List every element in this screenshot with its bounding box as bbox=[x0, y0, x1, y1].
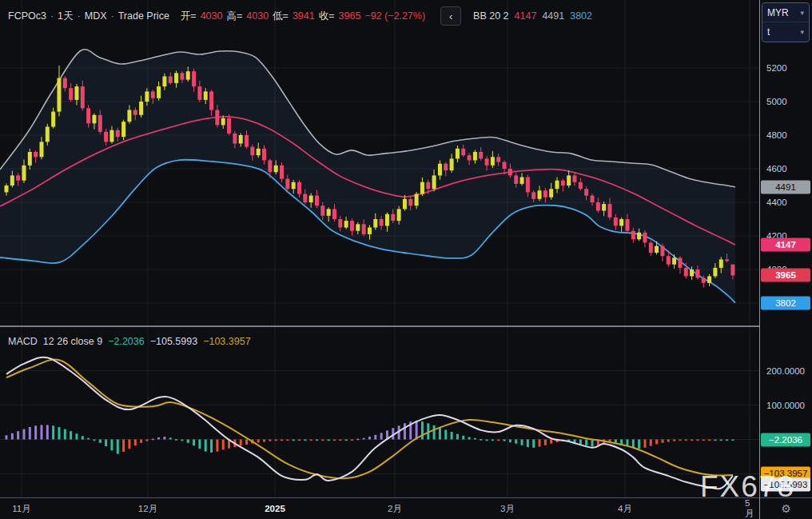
bb-basis-value: 4147 bbox=[515, 10, 537, 22]
pane-divider[interactable] bbox=[0, 325, 812, 327]
macd-title: MACD bbox=[8, 336, 38, 347]
price-axis-divider bbox=[759, 0, 760, 519]
open-label: 开= bbox=[181, 10, 197, 23]
macd-hist-value: −2.2036 bbox=[108, 336, 145, 347]
macd-signal-value: −103.3957 bbox=[203, 336, 250, 347]
time-axis-label: 2025 bbox=[265, 504, 285, 513]
separator: · bbox=[50, 10, 54, 22]
axis-settings-corner: ⚙ bbox=[760, 498, 812, 519]
unit-value: t bbox=[767, 26, 770, 38]
time-axis-label: 11月 bbox=[12, 503, 30, 515]
low-value: 3941 bbox=[293, 10, 315, 22]
exchange-label: MDX bbox=[85, 10, 107, 22]
currency-value: MYR bbox=[767, 7, 789, 18]
macd-params: 12 26 close 9 bbox=[43, 336, 102, 347]
main-legend: FCPOc3 · 1天 · MDX · Trade Price 开= 4030 … bbox=[8, 9, 592, 23]
chevron-down-icon: ▾ bbox=[800, 28, 804, 36]
chevron-down-icon: ▾ bbox=[800, 9, 804, 17]
bb-upper-value: 4491 bbox=[542, 10, 564, 22]
macd-indicator-legend[interactable]: MACD 12 26 close 9 −2.2036 −105.5993 −10… bbox=[8, 335, 251, 348]
close-value: 3965 bbox=[339, 10, 361, 22]
symbol-title[interactable]: FCPOc3 bbox=[8, 10, 46, 22]
macd-value-badge: −105.5993 bbox=[761, 478, 810, 492]
macd-axis-label: 200.0000 bbox=[766, 366, 805, 376]
change-value: −92 (−2.27%) bbox=[364, 10, 425, 22]
currency-unit-dropdown: MYR ▾ t ▾ bbox=[762, 2, 810, 42]
trading-chart-app: FCPOc3 · 1天 · MDX · Trade Price 开= 4030 … bbox=[0, 0, 812, 519]
price-axis-label: 4800 bbox=[766, 130, 787, 140]
bb-indicator-legend[interactable]: BB 20 2 4147 4491 3802 bbox=[473, 10, 592, 22]
price-axis[interactable]: MYR ▾ t ▾ 520050004800460044004200400020… bbox=[760, 0, 812, 497]
bb-title: BB 20 2 bbox=[473, 10, 508, 22]
time-axis-label: 2月 bbox=[388, 503, 402, 515]
series-type-label: Trade Price bbox=[118, 10, 169, 22]
chart-canvas[interactable] bbox=[0, 0, 759, 497]
price-badge: 3802 bbox=[761, 296, 810, 309]
high-value: 4030 bbox=[246, 10, 269, 22]
price-badge: 4491 bbox=[761, 180, 810, 194]
macd-value-badge: −2.2036 bbox=[761, 433, 810, 447]
bb-lower-value: 3802 bbox=[570, 10, 592, 22]
price-axis-label: 4600 bbox=[766, 164, 787, 174]
close-label: 收= bbox=[319, 10, 335, 23]
interval-label[interactable]: 1天 bbox=[58, 10, 73, 23]
open-value: 4030 bbox=[201, 10, 223, 22]
legend-collapse-button[interactable]: ‹ bbox=[440, 6, 461, 26]
price-axis-label: 4400 bbox=[766, 198, 787, 207]
time-axis-label: 5月 bbox=[745, 498, 754, 519]
gear-icon[interactable]: ⚙ bbox=[781, 502, 791, 515]
currency-selector[interactable]: MYR ▾ bbox=[762, 3, 809, 22]
low-label: 低= bbox=[273, 10, 289, 23]
high-label: 高= bbox=[226, 10, 242, 23]
price-axis-label: 5200 bbox=[766, 63, 787, 73]
time-axis-label: 12月 bbox=[138, 503, 157, 515]
time-axis-label: 4月 bbox=[618, 503, 632, 515]
separator: · bbox=[78, 10, 81, 22]
price-badge: 3965 bbox=[761, 269, 810, 282]
price-axis-label: 5000 bbox=[766, 97, 787, 106]
separator: · bbox=[111, 10, 114, 22]
unit-selector[interactable]: t ▾ bbox=[762, 22, 809, 41]
macd-axis-label: 100.0000 bbox=[766, 401, 805, 410]
time-axis-label: 3月 bbox=[500, 503, 515, 515]
price-badge: 4147 bbox=[761, 238, 810, 252]
chevron-left-icon: ‹ bbox=[449, 10, 452, 22]
macd-line-value: −105.5993 bbox=[150, 336, 197, 347]
time-axis[interactable]: 11月12月20252月3月4月5月 bbox=[0, 498, 759, 519]
